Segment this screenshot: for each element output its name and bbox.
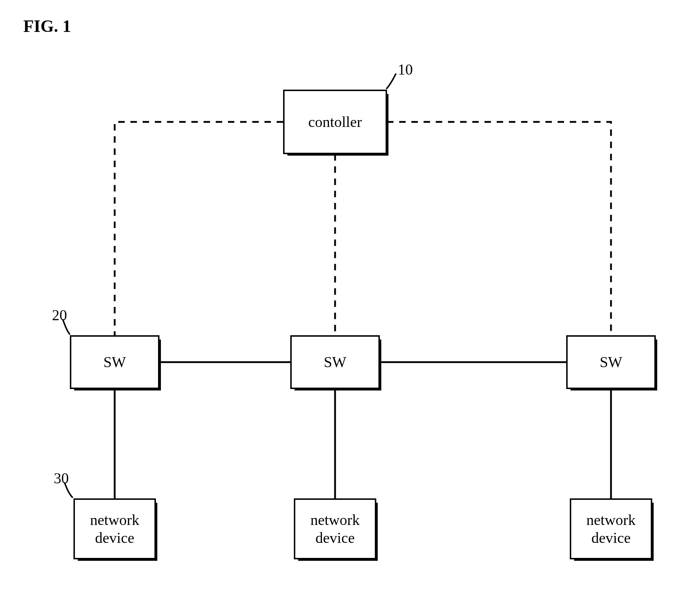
switch-node-1: SW [70, 335, 159, 389]
switch-node-2: SW [290, 335, 380, 389]
network-device-node-1: network device [73, 498, 156, 559]
switch-label: SW [600, 354, 622, 371]
reference-label-20: 20 [52, 307, 67, 324]
network-device-label: network device [586, 511, 636, 547]
network-device-node-2: network device [294, 498, 376, 559]
network-device-node-3: network device [570, 498, 652, 559]
controller-label: contoller [308, 113, 362, 131]
switch-label: SW [324, 354, 347, 371]
controller-node: contoller [283, 90, 387, 154]
switch-node-3: SW [566, 335, 656, 389]
figure-label: FIG. 1 [23, 16, 71, 36]
network-device-label: network device [310, 511, 360, 547]
switch-label: SW [104, 354, 126, 371]
network-device-label: network device [90, 511, 139, 547]
reference-label-10: 10 [398, 61, 413, 78]
reference-label-30: 30 [54, 470, 69, 487]
